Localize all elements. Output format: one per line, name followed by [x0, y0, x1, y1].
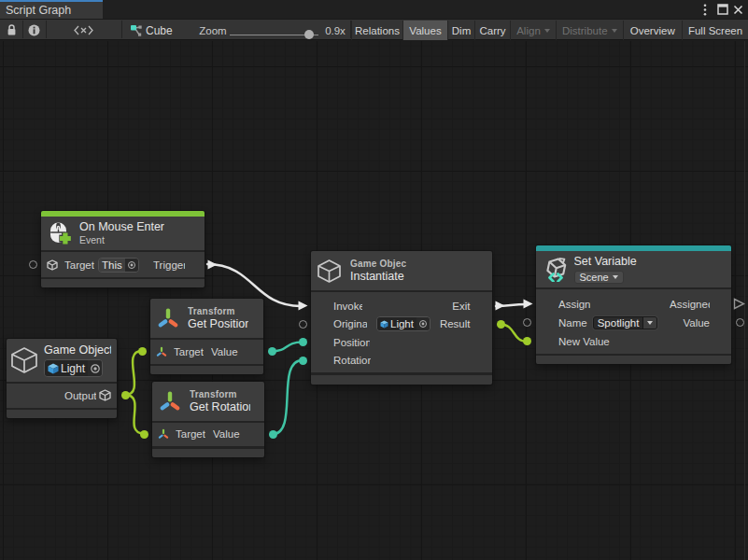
- port-dot: [140, 430, 148, 439]
- output-port[interactable]: [494, 300, 506, 312]
- node-footer: [150, 366, 263, 374]
- output-port[interactable]: [733, 298, 745, 310]
- input-port[interactable]: [138, 347, 147, 356]
- code-preview-icon: [74, 25, 93, 35]
- toolbar-button-align[interactable]: Align: [510, 21, 556, 40]
- variable-name-dropdown[interactable]: Spotlight: [593, 316, 658, 329]
- node-get-rotation[interactable]: TransformGet Rotation TargetValue: [152, 382, 264, 457]
- tab-title: Script Graph: [6, 4, 71, 17]
- toolbar-button-label: Dim: [452, 25, 471, 36]
- node-on-mouse-enter[interactable]: On Mouse EnterEvent TargetThisTrigger: [41, 211, 205, 287]
- object-field-light[interactable]: Light: [44, 359, 103, 377]
- node-header-lines: Game ObjectInstantiate: [350, 258, 406, 284]
- lock-icon: [7, 24, 17, 36]
- toolbar-button-distribute[interactable]: Distribute: [556, 21, 623, 40]
- node-title: On Mouse Enter: [79, 220, 164, 234]
- port-label: Exit: [452, 301, 470, 312]
- object-field-this[interactable]: This: [98, 258, 139, 273]
- port-label: Value: [211, 346, 238, 357]
- transform-icon: [156, 346, 167, 357]
- node-port-row: AssignAssigned: [536, 295, 732, 314]
- output-port[interactable]: [121, 391, 130, 399]
- close-icon[interactable]: [730, 2, 745, 17]
- object-field-value: Light: [61, 362, 85, 375]
- transform-icon: [159, 390, 181, 413]
- port-dot: [299, 320, 307, 329]
- mouse-add-icon: [49, 222, 72, 245]
- unity-code-icon: [543, 257, 569, 282]
- node-footer: [41, 279, 205, 287]
- node-set-variable[interactable]: Set VariableSceneAssignAssignedNameSpotl…: [536, 245, 732, 364]
- input-port[interactable]: [299, 338, 307, 346]
- chevron-down-icon: [647, 321, 653, 325]
- node-header-lines: Set VariableScene: [574, 255, 637, 284]
- node-footer: [152, 449, 264, 457]
- dropdown-value: Spotlight: [594, 317, 643, 329]
- output-port[interactable]: [269, 430, 277, 439]
- node-title: Set Variable: [574, 255, 637, 269]
- tab-script-graph[interactable]: Script Graph: [0, 0, 103, 19]
- input-port[interactable]: [297, 300, 309, 312]
- input-port[interactable]: [523, 318, 531, 327]
- graph-name: Cube: [146, 21, 174, 40]
- toolbar-button-carry[interactable]: Carry: [474, 21, 510, 40]
- port-label: Name: [558, 317, 587, 329]
- wire-output-to-target-position[interactable]: [125, 351, 142, 395]
- toolbar-button-dim[interactable]: Dim: [447, 21, 474, 40]
- input-port[interactable]: [299, 357, 307, 365]
- port-label: Target: [174, 346, 204, 357]
- code-preview-button[interactable]: [46, 21, 121, 40]
- zoom-slider-knob[interactable]: [304, 30, 314, 39]
- script-graph-icon: [128, 21, 145, 40]
- kebab-menu-icon[interactable]: [698, 2, 713, 17]
- node-port-row: Position: [311, 333, 492, 352]
- port-label: Value: [683, 317, 710, 329]
- toolbar-button-label: Carry: [479, 25, 505, 36]
- toolbar-button-label: Relations: [355, 25, 400, 36]
- node-game-object-light[interactable]: Game Object LightOutput: [7, 339, 117, 418]
- toolbar-button-overview[interactable]: Overview: [623, 21, 683, 40]
- object-field-light[interactable]: Light: [376, 316, 430, 331]
- chevron-down-icon: [612, 29, 617, 33]
- dropdown-arrow-button[interactable]: [642, 317, 656, 329]
- node-port-row: New Value: [536, 332, 732, 351]
- input-port[interactable]: [523, 337, 531, 345]
- input-port[interactable]: [29, 260, 37, 269]
- node-get-position[interactable]: TransformGet Position TargetValue: [150, 299, 263, 374]
- node-instantiate[interactable]: Game ObjectInstantiateInvokeExitOriginal…: [311, 251, 492, 385]
- lock-button[interactable]: [0, 21, 22, 40]
- node-header: Game ObjectInstantiate: [311, 251, 492, 290]
- port-label: Value: [213, 428, 240, 440]
- node-footer: [7, 410, 117, 418]
- wire-output-to-target-rotation[interactable]: [125, 395, 144, 434]
- output-port[interactable]: [497, 320, 505, 329]
- port-label: Position: [333, 337, 370, 348]
- port-label: Assigned: [670, 299, 710, 310]
- port-label: Target: [176, 428, 205, 440]
- object-field: Light: [377, 317, 416, 330]
- script-graph-window: Script Graph Cube Zoom: [0, 0, 748, 560]
- zoom-label: Zoom: [201, 21, 225, 40]
- object-field: This: [99, 259, 125, 272]
- toolbar-button-values[interactable]: Values: [402, 21, 447, 40]
- maximize-icon[interactable]: [715, 2, 730, 17]
- port-dot: [523, 318, 531, 327]
- node-title: Get Position: [188, 317, 248, 331]
- input-port[interactable]: [140, 430, 148, 439]
- output-port[interactable]: [268, 347, 276, 356]
- object-picker-icon[interactable]: [88, 360, 102, 376]
- output-port[interactable]: [736, 318, 744, 327]
- cube-wire-icon: [11, 347, 37, 373]
- variable-scope-dropdown[interactable]: Scene: [574, 271, 624, 284]
- zoom-label-text: Zoom: [199, 25, 226, 36]
- wire-value-to-rotation[interactable]: [272, 360, 303, 435]
- info-button[interactable]: [22, 21, 46, 40]
- object-picker-icon[interactable]: [125, 259, 138, 272]
- toolbar-button-full-screen[interactable]: Full Screen: [682, 21, 748, 40]
- toolbar-button-relations[interactable]: Relations: [351, 21, 402, 40]
- output-port[interactable]: [206, 259, 219, 271]
- input-port[interactable]: [299, 320, 307, 329]
- object-picker-icon[interactable]: [416, 317, 430, 330]
- input-port[interactable]: [522, 298, 534, 310]
- toolbar-button-label: Full Screen: [688, 25, 742, 36]
